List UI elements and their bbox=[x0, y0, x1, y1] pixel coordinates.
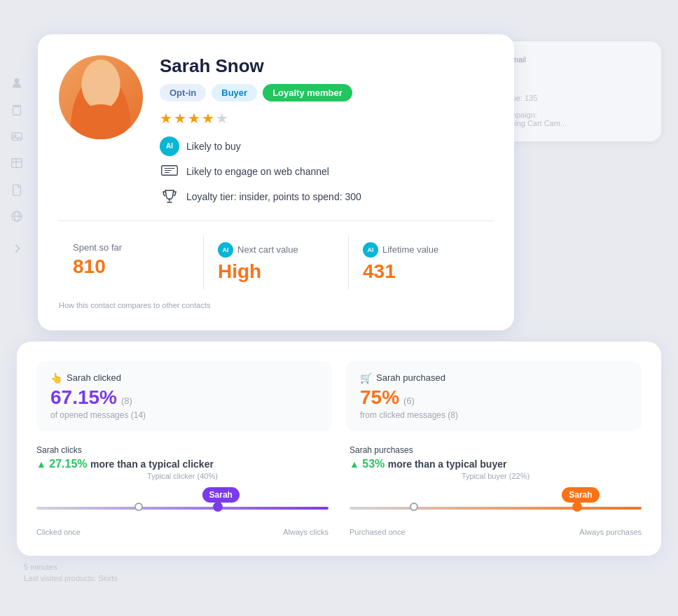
clicks-value: ▲ 27.15% more than a typical clicker bbox=[36, 458, 328, 470]
engagement-top: 👆 Sarah clicked 67.15% (8) of opened mes… bbox=[36, 361, 642, 431]
sidebar-icon-expand[interactable] bbox=[10, 241, 24, 255]
star-1: ★ bbox=[160, 110, 172, 127]
purchased-sub: from clicked messages (8) bbox=[360, 410, 628, 420]
sidebar-icon-clipboard[interactable] bbox=[10, 103, 24, 117]
sidebar-icon-image[interactable] bbox=[10, 130, 24, 144]
clicks-slider: Sarah bbox=[36, 487, 328, 522]
purchases-highlight: 53% bbox=[362, 458, 385, 470]
stat-lifetime-value: 431 bbox=[363, 260, 479, 283]
clicked-box: 👆 Sarah clicked 67.15% (8) of opened mes… bbox=[36, 361, 332, 431]
svg-point-0 bbox=[14, 78, 19, 83]
ai-insight-channel: Likely to engage on web channel bbox=[160, 162, 493, 181]
ai-insight-buy-text: Likely to buy bbox=[186, 141, 241, 152]
web-channel-icon bbox=[160, 162, 179, 181]
clicks-suffix: more than a typical clicker bbox=[90, 458, 214, 470]
clicked-percent: 67.15% bbox=[50, 386, 117, 409]
svg-rect-4 bbox=[12, 158, 22, 167]
stat-spent: Spent so far 810 bbox=[59, 235, 204, 290]
purchases-slider: Sarah bbox=[350, 487, 642, 522]
purchases-sarah-text: Sarah bbox=[569, 490, 592, 500]
purchases-typical: Typical buyer (22%) bbox=[350, 472, 642, 480]
profile-divider bbox=[59, 220, 493, 221]
stat-cart-label: AI Next cart value bbox=[218, 242, 334, 258]
clicks-sarah-label: Sarah bbox=[202, 487, 240, 503]
ai-insight-buy: AI Likely to buy bbox=[160, 136, 493, 156]
star-2: ★ bbox=[174, 110, 186, 127]
time-label: 5 minutes bbox=[24, 563, 661, 571]
engagement-panel: 👆 Sarah clicked 67.15% (8) of opened mes… bbox=[17, 342, 661, 556]
ai-badge-lifetime: AI bbox=[363, 242, 378, 258]
clicks-sarah-dot bbox=[213, 502, 223, 512]
sidebar-icon-table[interactable] bbox=[10, 156, 24, 170]
tag-loyalty[interactable]: Loyalty member bbox=[263, 84, 352, 102]
sidebar-icon-person[interactable] bbox=[10, 76, 24, 90]
star-4: ★ bbox=[202, 110, 214, 127]
ai-insight-loyalty: Loyalty tier: insider, points to spend: … bbox=[160, 187, 493, 206]
clicks-arrow: ▲ bbox=[36, 458, 46, 470]
sidebar-icon-document[interactable] bbox=[10, 183, 24, 197]
tag-buyer[interactable]: Buyer bbox=[212, 84, 257, 102]
clicks-right: Always clicks bbox=[283, 528, 328, 536]
purchased-detail: (6) bbox=[403, 396, 415, 406]
stat-lifetime-label: AI Lifetime value bbox=[363, 242, 479, 258]
ai-insight-loyalty-text: Loyalty tier: insider, points to spend: … bbox=[186, 191, 361, 202]
purchases-arrow: ▲ bbox=[350, 458, 359, 470]
purchased-box: 🛒 Sarah purchased 75% (6) from clicked m… bbox=[346, 361, 642, 431]
purchases-suffix: more than a typical buyer bbox=[388, 458, 507, 470]
sidebar-icon-globe[interactable] bbox=[10, 209, 24, 223]
clicks-typical: Typical clicker (40%) bbox=[36, 472, 328, 480]
products-label: Last visited products: bbox=[24, 574, 96, 582]
purchases-value: ▲ 53% more than a typical buyer bbox=[350, 458, 642, 470]
clicks-track bbox=[36, 507, 328, 510]
profile-tags: Opt-in Buyer Loyalty member bbox=[160, 84, 493, 102]
clicks-endpoints: Clicked once Always clicks bbox=[36, 528, 328, 536]
purchases-title: Sarah purchases bbox=[350, 445, 642, 455]
trophy-icon bbox=[160, 187, 179, 206]
tag-optin[interactable]: Opt-in bbox=[160, 84, 206, 102]
comparison-section: Sarah clicks ▲ 27.15% more than a typica… bbox=[36, 445, 642, 536]
star-rating: ★ ★ ★ ★ ★ bbox=[160, 110, 493, 127]
clicked-label: 👆 Sarah clicked bbox=[50, 372, 318, 384]
bottom-faded: 5 minutes Last visited products: Skirts bbox=[17, 563, 661, 582]
cursor-icon: 👆 bbox=[50, 372, 62, 384]
purchases-sarah-label: Sarah bbox=[562, 487, 599, 503]
page-wrapper: Purchased from email 6 Average order val… bbox=[17, 34, 661, 582]
purchased-label-text: Sarah purchased bbox=[376, 372, 445, 383]
purchases-comparison: Sarah purchases ▲ 53% more than a typica… bbox=[350, 445, 642, 536]
clicks-typical-dot bbox=[134, 503, 143, 511]
clicks-title: Sarah clicks bbox=[36, 445, 328, 455]
sidebar bbox=[10, 76, 24, 255]
stat-cart-label-text: Next cart value bbox=[237, 244, 298, 255]
profile-name: Sarah Snow bbox=[160, 55, 493, 77]
purchases-typical-dot bbox=[410, 503, 418, 511]
stat-spent-value: 810 bbox=[73, 255, 189, 278]
stat-lifetime: AI Lifetime value 431 bbox=[349, 235, 493, 290]
clicked-label-text: Sarah clicked bbox=[67, 372, 121, 383]
ai-insights: AI Likely to buy Likely to engage on web… bbox=[160, 136, 493, 206]
purchases-endpoints: Purchased once Always purchases bbox=[350, 528, 642, 536]
compare-text: How this contact compares to other conta… bbox=[59, 301, 493, 309]
ai-badge-cart: AI bbox=[218, 242, 233, 258]
purchase-icon: 🛒 bbox=[360, 372, 372, 384]
products-value: Skirts bbox=[98, 574, 118, 582]
stat-lifetime-label-text: Lifetime value bbox=[382, 244, 438, 255]
star-3: ★ bbox=[188, 110, 200, 127]
star-5: ★ bbox=[216, 110, 228, 127]
svg-rect-2 bbox=[12, 132, 22, 140]
profile-card: Sarah Snow Opt-in Buyer Loyalty member ★… bbox=[38, 34, 514, 330]
clicks-sarah-text: Sarah bbox=[209, 490, 233, 500]
avatar bbox=[59, 55, 143, 139]
clicks-highlight: 27.15% bbox=[49, 458, 87, 470]
purchases-left: Purchased once bbox=[350, 528, 406, 536]
stat-spent-label: Spent so far bbox=[73, 242, 189, 253]
clicks-comparison: Sarah clicks ▲ 27.15% more than a typica… bbox=[36, 445, 328, 536]
purchased-label: 🛒 Sarah purchased bbox=[360, 372, 628, 384]
clicked-detail: (8) bbox=[121, 396, 132, 406]
purchases-right: Always purchases bbox=[579, 528, 642, 536]
clicked-sub: of opened messages (14) bbox=[50, 410, 318, 420]
purchases-track bbox=[350, 507, 642, 510]
clicks-left: Clicked once bbox=[36, 528, 81, 536]
stats-row: Spent so far 810 AI Next cart value High… bbox=[59, 235, 493, 290]
profile-info: Sarah Snow Opt-in Buyer Loyalty member ★… bbox=[160, 55, 493, 206]
ai-insight-channel-text: Likely to engage on web channel bbox=[186, 166, 329, 177]
